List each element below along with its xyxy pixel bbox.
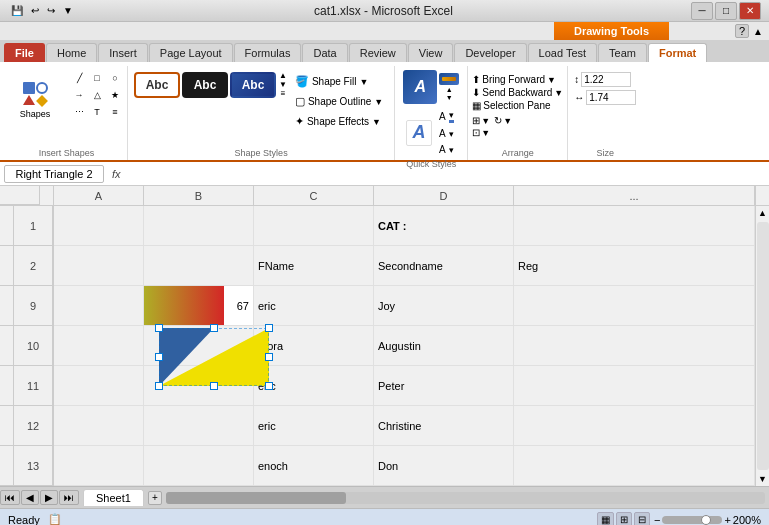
undo-icon[interactable]: ↩: [28, 4, 42, 17]
shape-effects-button[interactable]: ✦ Shape Effects ▼: [290, 112, 388, 131]
send-backward-label[interactable]: Send Backward: [482, 87, 552, 98]
arrow-shape-btn[interactable]: →: [71, 87, 87, 103]
col-header-a[interactable]: A: [54, 186, 144, 205]
more-shape-btn[interactable]: ⋯: [71, 104, 87, 120]
callout-shape-btn[interactable]: △: [89, 87, 105, 103]
scroll-down-button[interactable]: ▼: [756, 472, 769, 486]
tab-page-layout[interactable]: Page Layout: [149, 43, 233, 62]
maximize-button[interactable]: □: [715, 2, 737, 20]
dropdown-icon[interactable]: ▼: [60, 4, 76, 17]
cell-b13[interactable]: [144, 446, 254, 485]
cell-e1[interactable]: [514, 206, 755, 245]
sheet-tab-sheet1[interactable]: Sheet1: [83, 489, 144, 506]
col-header-d[interactable]: D: [374, 186, 514, 205]
vertical-scrollbar[interactable]: ▲ ▼: [755, 206, 769, 486]
scroll-thumb[interactable]: [757, 222, 769, 470]
cell-c2[interactable]: FName: [254, 246, 374, 285]
cell-a11[interactable]: [54, 366, 144, 405]
shape-fill-arrow[interactable]: ▼: [359, 77, 368, 87]
cell-e2[interactable]: Reg: [514, 246, 755, 285]
text-effects-button[interactable]: A ▾: [436, 142, 457, 157]
handle-top-left[interactable]: [155, 324, 163, 332]
wordedit-shape-btn[interactable]: ≡: [107, 104, 123, 120]
sheet-prev-btn[interactable]: ◀: [21, 490, 39, 505]
swatch-more[interactable]: ≡: [279, 90, 287, 98]
shape-outline-button[interactable]: ▢ Shape Outline ▼: [290, 92, 388, 111]
qs-scroll-up[interactable]: ▲: [439, 86, 459, 93]
tab-formulas[interactable]: Formulas: [234, 43, 302, 62]
width-input[interactable]: [586, 90, 636, 105]
qs-scroll-down[interactable]: ▼: [439, 94, 459, 101]
cell-e9[interactable]: [514, 286, 755, 325]
tab-developer[interactable]: Developer: [454, 43, 526, 62]
row-header-11[interactable]: 11: [14, 366, 53, 406]
col-header-e[interactable]: ...: [514, 186, 755, 205]
shape-outline-arrow[interactable]: ▼: [374, 97, 383, 107]
close-button[interactable]: ✕: [739, 2, 761, 20]
height-input[interactable]: [581, 72, 631, 87]
bring-forward-label[interactable]: Bring Forward: [482, 74, 545, 85]
ribbon-minimize-icon[interactable]: ▲: [751, 26, 765, 37]
zoom-in-btn[interactable]: +: [724, 514, 730, 526]
row-header-9[interactable]: 9: [14, 286, 53, 326]
save-icon[interactable]: 💾: [8, 4, 26, 17]
shape-effects-arrow[interactable]: ▼: [372, 117, 381, 127]
swatch-scroll-down[interactable]: ▼: [279, 81, 287, 89]
cell-a10[interactable]: [54, 326, 144, 365]
align-button[interactable]: ⊞ ▼: [472, 115, 490, 126]
cell-d1[interactable]: CAT :: [374, 206, 514, 245]
shapes-button[interactable]: Shapes: [10, 70, 60, 128]
cell-b2[interactable]: [144, 246, 254, 285]
cell-a2[interactable]: [54, 246, 144, 285]
tab-review[interactable]: Review: [349, 43, 407, 62]
tab-file[interactable]: File: [4, 43, 45, 62]
quick-styles-icon[interactable]: A: [403, 70, 437, 104]
cell-a9[interactable]: [54, 286, 144, 325]
oval-shape-btn[interactable]: ○: [107, 70, 123, 86]
row-header-12[interactable]: 12: [14, 406, 53, 446]
name-box[interactable]: [4, 165, 104, 183]
zoom-handle[interactable]: [701, 515, 711, 525]
tab-format[interactable]: Format: [648, 43, 707, 62]
tab-insert[interactable]: Insert: [98, 43, 148, 62]
tab-data[interactable]: Data: [302, 43, 347, 62]
row-header-1[interactable]: 1: [14, 206, 53, 246]
cell-c12[interactable]: eric: [254, 406, 374, 445]
cell-d2[interactable]: Secondname: [374, 246, 514, 285]
cell-b9[interactable]: 67: [144, 286, 254, 325]
sheet-next-btn[interactable]: ▶: [40, 490, 58, 505]
bring-forward-arrow[interactable]: ▼: [547, 75, 556, 85]
cell-e13[interactable]: [514, 446, 755, 485]
page-break-view-btn[interactable]: ⊟: [634, 512, 650, 525]
cell-b1[interactable]: [144, 206, 254, 245]
col-header-c[interactable]: C: [254, 186, 374, 205]
handle-bottom-right[interactable]: [265, 382, 273, 390]
group-button[interactable]: ⊡ ▼: [472, 127, 490, 138]
handle-bottom-center[interactable]: [210, 382, 218, 390]
zoom-slider[interactable]: [662, 516, 722, 524]
cell-c13[interactable]: enoch: [254, 446, 374, 485]
sheet-first-btn[interactable]: ⏮: [0, 490, 20, 505]
col-header-b[interactable]: B: [144, 186, 254, 205]
fx-button[interactable]: fx: [108, 168, 125, 180]
help-icon[interactable]: ?: [735, 24, 749, 38]
page-layout-view-btn[interactable]: ⊞: [616, 512, 632, 525]
handle-top-right[interactable]: [265, 324, 273, 332]
cell-d12[interactable]: Christine: [374, 406, 514, 445]
tab-view[interactable]: View: [408, 43, 454, 62]
tab-team[interactable]: Team: [598, 43, 647, 62]
row-header-10[interactable]: 10: [14, 326, 53, 366]
handle-top-center[interactable]: [210, 324, 218, 332]
cell-d10[interactable]: Augustin: [374, 326, 514, 365]
tab-home[interactable]: Home: [46, 43, 97, 62]
scroll-up-button[interactable]: ▲: [756, 206, 769, 220]
redo-icon[interactable]: ↪: [44, 4, 58, 17]
row-header-2[interactable]: 2: [14, 246, 53, 286]
cell-a1[interactable]: [54, 206, 144, 245]
text-outline-button[interactable]: A ▾: [436, 126, 457, 141]
line-shape-btn[interactable]: ╱: [71, 70, 87, 86]
cell-d11[interactable]: Peter: [374, 366, 514, 405]
style-swatch-1[interactable]: Abc: [134, 72, 180, 98]
send-backward-arrow[interactable]: ▼: [554, 88, 563, 98]
zoom-out-btn[interactable]: −: [654, 514, 660, 526]
